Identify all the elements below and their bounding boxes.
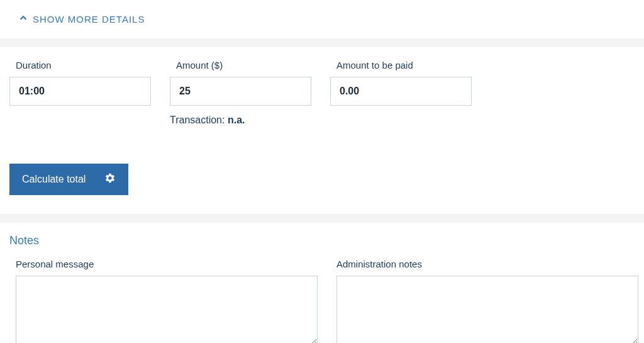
notes-title: Notes	[9, 234, 635, 247]
calculate-total-label: Calculate total	[22, 174, 86, 185]
duration-label: Duration	[9, 60, 151, 70]
amount-input[interactable]	[170, 77, 311, 106]
show-more-details-toggle[interactable]: SHOW MORE DETAILS	[19, 14, 625, 25]
amount-label: Amount ($)	[170, 60, 311, 70]
transaction-text: Transaction: n.a.	[170, 115, 311, 126]
transaction-value: n.a.	[228, 115, 245, 125]
amount-paid-input[interactable]	[330, 77, 472, 106]
personal-message-textarea[interactable]	[16, 276, 318, 343]
chevron-up-icon	[19, 14, 28, 25]
amount-paid-label: Amount to be paid	[330, 60, 472, 70]
calculate-total-button[interactable]: Calculate total	[9, 164, 128, 195]
administration-notes-label: Administration notes	[336, 259, 638, 269]
gear-icon	[104, 172, 116, 186]
personal-message-label: Personal message	[16, 259, 318, 269]
duration-input[interactable]	[9, 77, 151, 106]
administration-notes-textarea[interactable]	[336, 276, 638, 343]
transaction-label: Transaction:	[170, 115, 225, 125]
show-more-details-label: SHOW MORE DETAILS	[33, 14, 145, 25]
